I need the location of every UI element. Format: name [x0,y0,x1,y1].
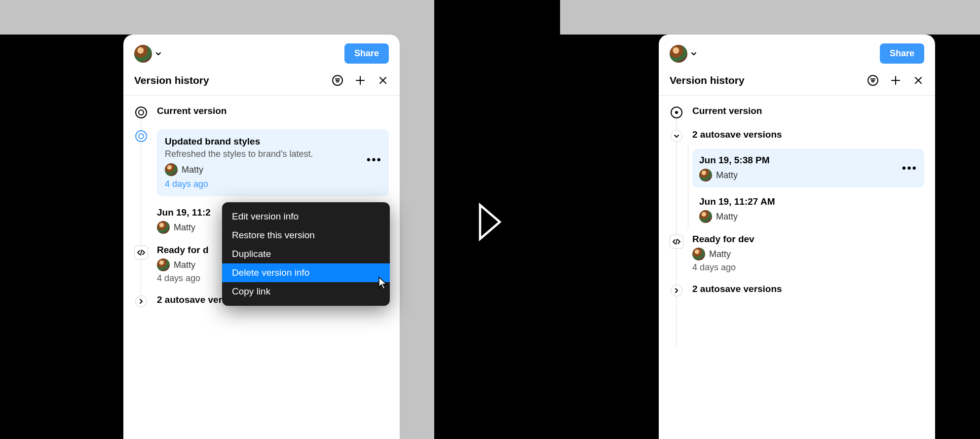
version-title: Updated brand styles [165,136,381,147]
version-panel-before: Share Version history Current [123,35,400,439]
top-bar: Share [123,35,400,68]
more-actions-icon[interactable]: ••• [902,161,917,175]
author-name: Matty [182,165,203,175]
version-description: Refreshed the styles to brand's latest. [165,148,381,160]
autosave-group-expanded[interactable]: 2 autosave versions [670,129,924,142]
menu-duplicate[interactable]: Duplicate [222,245,390,263]
share-button[interactable]: Share [880,43,924,64]
author-name: Matty [174,260,195,270]
share-button[interactable]: Share [344,43,389,64]
timeline: Current version 2 autosave versions Jun … [659,96,935,306]
menu-restore-version[interactable]: Restore this version [222,226,390,245]
version-timestamp[interactable]: 4 days ago [165,179,381,189]
more-actions-icon[interactable]: ••• [367,153,382,167]
add-version-icon[interactable] [890,74,902,86]
menu-copy-link[interactable]: Copy link [222,282,390,301]
author-name: Matty [716,212,738,222]
dev-mode-icon [134,246,148,259]
workspace-switcher[interactable] [670,45,697,63]
autosave-version[interactable]: Jun 19, 11:27 AM Matty [692,194,924,223]
avatar [670,45,687,63]
version-title: Ready for dev [692,234,924,245]
version-timestamp: 4 days ago [692,262,924,273]
chevron-right-icon[interactable] [135,295,147,307]
add-version-icon[interactable] [354,74,366,86]
context-menu: Edit version info Restore this version D… [222,202,390,306]
author-name: Matty [174,222,195,233]
selected-marker-icon [135,130,147,142]
author-name: Matty [716,170,738,181]
avatar [157,221,170,234]
version-title: Current version [157,106,389,116]
autosave-group-label: 2 autosave versions [692,129,924,140]
avatar [699,169,712,182]
menu-delete-version[interactable]: Delete version info [222,263,390,282]
avatar [134,45,152,63]
avatar [165,163,178,176]
author-name: Matty [709,249,731,259]
chevron-right-icon[interactable] [671,285,682,296]
close-icon[interactable] [377,74,389,86]
autosave-group-label: 2 autosave versions [692,284,924,294]
workspace-switcher[interactable] [134,45,162,63]
menu-edit-version[interactable]: Edit version info [222,207,390,226]
avatar [157,258,170,271]
current-marker-icon [671,107,682,118]
pointer-cursor-icon [377,276,388,290]
chevron-down-icon[interactable] [671,130,682,142]
panel-title: Version history [134,74,209,86]
transition-arrow-icon [474,202,508,247]
chevron-down-icon [690,50,697,57]
close-icon[interactable] [912,74,924,86]
version-row-selected[interactable]: Updated brand styles Refreshed the style… [134,129,389,196]
version-title: Current version [692,106,924,116]
version-title: Jun 19, 11:27 AM [699,196,923,207]
avatar [692,248,705,260]
filter-icon[interactable] [332,74,343,86]
version-row-current[interactable]: Current version [134,106,389,118]
autosave-version-selected[interactable]: Jun 19, 5:38 PM Matty ••• [692,149,924,187]
avatar [699,210,712,223]
current-marker-icon [135,107,147,118]
panel-header: Version history [123,68,400,96]
panel-header: Version history [659,68,935,96]
version-title: Jun 19, 5:38 PM [699,155,917,166]
autosave-group-collapsed[interactable]: 2 autosave versions [670,284,924,296]
top-bar: Share [659,35,935,68]
panel-title: Version history [670,74,745,86]
version-row-current[interactable]: Current version [670,106,924,118]
filter-icon[interactable] [867,74,879,86]
version-panel-after: Share Version history Current [659,35,935,439]
dev-mode-icon [670,235,683,249]
version-row-dev[interactable]: Ready for dev Matty 4 days ago [670,234,924,273]
chevron-down-icon [155,50,162,57]
